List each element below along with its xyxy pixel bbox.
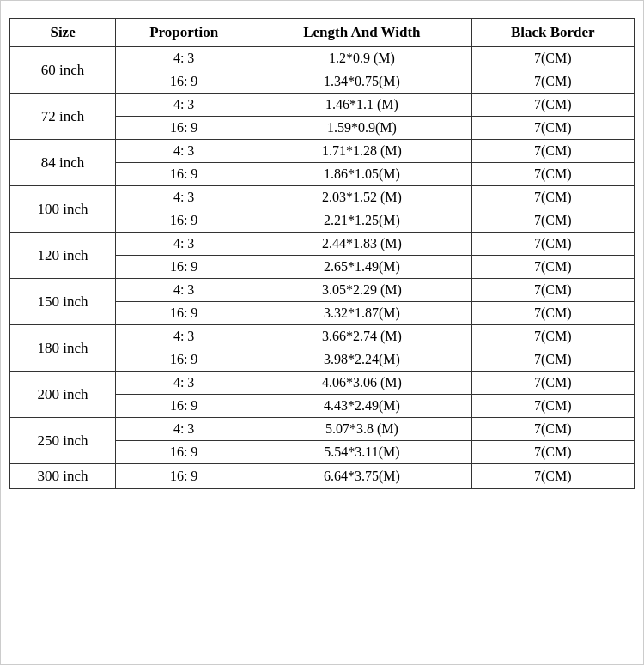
dimensions-cell: 1.86*1.05(M) bbox=[252, 163, 471, 186]
table-row: 200 inch4: 34.06*3.06 (M)7(CM) bbox=[10, 372, 635, 395]
dimensions-cell: 5.07*3.8 (M) bbox=[252, 418, 471, 441]
proportion-cell: 16: 9 bbox=[116, 395, 252, 418]
dimensions-cell: 2.21*1.25(M) bbox=[252, 209, 471, 233]
table-row: 150 inch4: 33.05*2.29 (M)7(CM) bbox=[10, 279, 635, 302]
border-cell: 7(CM) bbox=[471, 186, 634, 209]
dimensions-cell: 6.64*3.75(M) bbox=[252, 464, 471, 489]
proportion-cell: 16: 9 bbox=[116, 256, 252, 279]
proportion-cell: 16: 9 bbox=[116, 209, 252, 233]
dimensions-cell: 1.71*1.28 (M) bbox=[252, 140, 471, 163]
dimensions-cell: 1.34*0.75(M) bbox=[252, 70, 471, 94]
proportion-cell: 4: 3 bbox=[116, 140, 252, 163]
dimensions-cell: 2.44*1.83 (M) bbox=[252, 233, 471, 256]
proportion-cell: 4: 3 bbox=[116, 94, 252, 117]
dimensions-cell: 5.54*3.11(M) bbox=[252, 441, 471, 464]
proportion-cell: 4: 3 bbox=[116, 325, 252, 348]
size-label: 60 inch bbox=[10, 47, 116, 94]
col-header-border: Black Border bbox=[471, 19, 634, 47]
proportion-cell: 4: 3 bbox=[116, 233, 252, 256]
size-label: 84 inch bbox=[10, 140, 116, 186]
dimensions-cell: 1.2*0.9 (M) bbox=[252, 47, 471, 70]
proportion-cell: 4: 3 bbox=[116, 279, 252, 302]
proportion-cell: 16: 9 bbox=[116, 348, 252, 372]
dimensions-cell: 4.43*2.49(M) bbox=[252, 395, 471, 418]
dimensions-cell: 2.03*1.52 (M) bbox=[252, 186, 471, 209]
size-label: 72 inch bbox=[10, 94, 116, 140]
border-cell: 7(CM) bbox=[471, 140, 634, 163]
proportion-cell: 16: 9 bbox=[116, 117, 252, 140]
dimensions-cell: 3.05*2.29 (M) bbox=[252, 279, 471, 302]
size-label: 180 inch bbox=[10, 325, 116, 372]
dimensions-cell: 3.98*2.24(M) bbox=[252, 348, 471, 372]
table-row: 120 inch4: 32.44*1.83 (M)7(CM) bbox=[10, 233, 635, 256]
size-label: 250 inch bbox=[10, 418, 116, 464]
border-cell: 7(CM) bbox=[471, 94, 634, 117]
proportion-cell: 16: 9 bbox=[116, 302, 252, 325]
border-cell: 7(CM) bbox=[471, 418, 634, 441]
table-row: 180 inch4: 33.66*2.74 (M)7(CM) bbox=[10, 325, 635, 348]
border-cell: 7(CM) bbox=[471, 372, 634, 395]
proportion-cell: 16: 9 bbox=[116, 70, 252, 94]
size-label: 100 inch bbox=[10, 186, 116, 233]
border-cell: 7(CM) bbox=[471, 233, 634, 256]
col-header-size: Size bbox=[10, 19, 116, 47]
border-cell: 7(CM) bbox=[471, 256, 634, 279]
border-cell: 7(CM) bbox=[471, 395, 634, 418]
border-cell: 7(CM) bbox=[471, 117, 634, 140]
proportion-cell: 16: 9 bbox=[116, 441, 252, 464]
size-table: Size Proportion Length And Width Black B… bbox=[9, 18, 635, 489]
size-label: 150 inch bbox=[10, 279, 116, 325]
table-row: 300 inch16: 96.64*3.75(M)7(CM) bbox=[10, 464, 635, 489]
table-row: 100 inch4: 32.03*1.52 (M)7(CM) bbox=[10, 186, 635, 209]
border-cell: 7(CM) bbox=[471, 279, 634, 302]
col-header-proportion: Proportion bbox=[116, 19, 252, 47]
size-label: 200 inch bbox=[10, 372, 116, 418]
table-row: 60 inch4: 31.2*0.9 (M)7(CM) bbox=[10, 47, 635, 70]
border-cell: 7(CM) bbox=[471, 209, 634, 233]
proportion-cell: 4: 3 bbox=[116, 47, 252, 70]
proportion-cell: 4: 3 bbox=[116, 418, 252, 441]
col-header-dimensions: Length And Width bbox=[252, 19, 471, 47]
border-cell: 7(CM) bbox=[471, 70, 634, 94]
table-header-row: Size Proportion Length And Width Black B… bbox=[10, 19, 635, 47]
size-label: 300 inch bbox=[10, 464, 116, 489]
table-row: 84 inch4: 31.71*1.28 (M)7(CM) bbox=[10, 140, 635, 163]
border-cell: 7(CM) bbox=[471, 47, 634, 70]
proportion-cell: 4: 3 bbox=[116, 186, 252, 209]
dimensions-cell: 2.65*1.49(M) bbox=[252, 256, 471, 279]
dimensions-cell: 4.06*3.06 (M) bbox=[252, 372, 471, 395]
border-cell: 7(CM) bbox=[471, 348, 634, 372]
dimensions-cell: 1.46*1.1 (M) bbox=[252, 94, 471, 117]
border-cell: 7(CM) bbox=[471, 163, 634, 186]
table-row: 72 inch4: 31.46*1.1 (M)7(CM) bbox=[10, 94, 635, 117]
proportion-cell: 4: 3 bbox=[116, 372, 252, 395]
border-cell: 7(CM) bbox=[471, 325, 634, 348]
dimensions-cell: 3.66*2.74 (M) bbox=[252, 325, 471, 348]
proportion-cell: 16: 9 bbox=[116, 163, 252, 186]
dimensions-cell: 1.59*0.9(M) bbox=[252, 117, 471, 140]
border-cell: 7(CM) bbox=[471, 302, 634, 325]
border-cell: 7(CM) bbox=[471, 464, 634, 489]
table-row: 250 inch4: 35.07*3.8 (M)7(CM) bbox=[10, 418, 635, 441]
proportion-cell: 16: 9 bbox=[116, 464, 252, 489]
page-wrapper: Size Proportion Length And Width Black B… bbox=[0, 0, 644, 665]
size-label: 120 inch bbox=[10, 233, 116, 279]
dimensions-cell: 3.32*1.87(M) bbox=[252, 302, 471, 325]
border-cell: 7(CM) bbox=[471, 441, 634, 464]
